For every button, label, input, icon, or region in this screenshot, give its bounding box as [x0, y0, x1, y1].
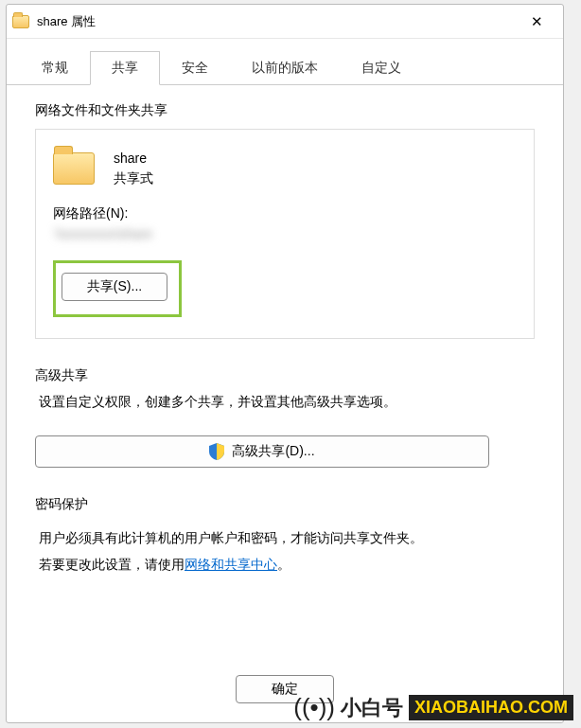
- folder-name: share: [114, 149, 153, 169]
- advanced-share-button[interactable]: 高级共享(D)...: [35, 435, 489, 468]
- folder-large-icon: [53, 152, 95, 185]
- advanced-share-desc: 设置自定义权限，创建多个共享，并设置其他高级共享选项。: [39, 394, 531, 411]
- close-icon: ✕: [531, 13, 543, 30]
- properties-window: share 属性 ✕ 常规 共享 安全 以前的版本 自定义 网络文件和文件夹共享…: [6, 4, 564, 723]
- tab-security[interactable]: 安全: [160, 51, 230, 85]
- password-title: 密码保护: [35, 496, 535, 513]
- brand-watermark: ((•)) 小白号 XIAOBAIHAO.COM: [293, 693, 573, 722]
- shield-icon: [209, 443, 224, 460]
- network-share-title: 网络文件和文件夹共享: [35, 102, 535, 119]
- tab-previous-versions[interactable]: 以前的版本: [230, 51, 340, 85]
- content: 网络文件和文件夹共享 share 共享式 网络路径(N): \\xxxxxxxx…: [7, 85, 563, 577]
- password-desc-2: 若要更改此设置，请使用网络和共享中心。: [39, 551, 531, 577]
- tab-sharing[interactable]: 共享: [90, 51, 160, 85]
- brand-url: XIAOBAIHAO.COM: [409, 695, 573, 720]
- network-path-label: 网络路径(N):: [53, 205, 517, 222]
- network-path-value: \\xxxxxxxx\share: [55, 226, 517, 243]
- folder-icon: [12, 15, 29, 28]
- tabs: 常规 共享 安全 以前的版本 自定义: [7, 39, 563, 85]
- password-section: 密码保护 用户必须具有此计算机的用户帐户和密码，才能访问共享文件夹。 若要更改此…: [35, 496, 535, 577]
- titlebar: share 属性 ✕: [7, 5, 563, 39]
- share-state: 共享式: [114, 169, 153, 188]
- tutorial-highlight: 共享(S)...: [53, 260, 182, 317]
- share-button[interactable]: 共享(S)...: [62, 273, 167, 301]
- password-desc-1: 用户必须具有此计算机的用户帐户和密码，才能访问共享文件夹。: [39, 524, 531, 551]
- close-button[interactable]: ✕: [516, 9, 557, 35]
- advanced-share-title: 高级共享: [35, 367, 535, 384]
- tab-general[interactable]: 常规: [20, 51, 90, 85]
- window-title: share 属性: [37, 13, 96, 30]
- advanced-share-section: 高级共享 设置自定义权限，创建多个共享，并设置其他高级共享选项。 高级共享(D)…: [35, 367, 535, 468]
- advanced-share-button-label: 高级共享(D)...: [232, 443, 314, 460]
- network-sharing-center-link[interactable]: 网络和共享中心: [185, 557, 277, 572]
- broadcast-icon: ((•)): [293, 693, 335, 722]
- brand-name-cn: 小白号: [341, 694, 403, 722]
- tab-custom[interactable]: 自定义: [340, 51, 423, 85]
- network-share-group: share 共享式 网络路径(N): \\xxxxxxxx\share 共享(S…: [35, 129, 535, 339]
